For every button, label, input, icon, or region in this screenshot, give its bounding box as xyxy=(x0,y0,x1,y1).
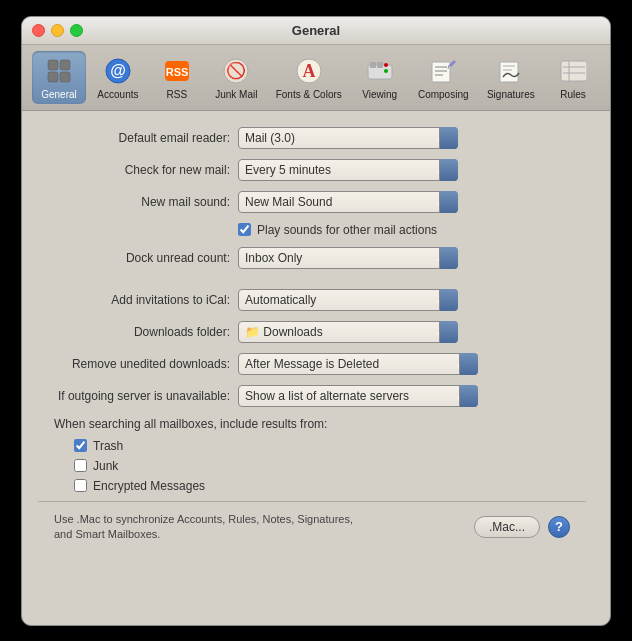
svg-rect-2 xyxy=(48,72,58,82)
play-sounds-checkbox[interactable] xyxy=(238,223,251,236)
dock-unread-select[interactable]: Inbox Only xyxy=(238,247,458,269)
svg-rect-17 xyxy=(432,62,450,82)
main-window: General General @ Accounts xyxy=(21,16,611,626)
check-mail-control: Every 5 minutes ▲▼ xyxy=(238,159,586,181)
svg-rect-0 xyxy=(48,60,58,70)
downloads-folder-control: 📁 Downloads ▲▼ xyxy=(238,321,586,343)
toolbar-item-composing[interactable]: Composing xyxy=(411,51,476,104)
encrypted-checkbox[interactable] xyxy=(74,479,87,492)
general-label: General xyxy=(41,89,77,100)
toolbar-item-viewing[interactable]: Viewing xyxy=(353,51,407,104)
outgoing-server-label: If outgoing server is unavailable: xyxy=(38,389,238,403)
toolbar-item-rules[interactable]: Rules xyxy=(546,51,600,104)
remove-unedited-select[interactable]: After Message is Deleted xyxy=(238,353,478,375)
encrypted-label: Encrypted Messages xyxy=(93,479,205,493)
junk-label: Junk xyxy=(93,459,118,473)
signatures-label: Signatures xyxy=(487,89,535,100)
svg-text:🚫: 🚫 xyxy=(226,61,246,80)
encrypted-checkbox-row: Encrypted Messages xyxy=(74,479,586,493)
svg-text:RSS: RSS xyxy=(166,66,189,78)
rules-label: Rules xyxy=(560,89,586,100)
toolbar-item-accounts[interactable]: @ Accounts xyxy=(90,51,146,104)
accounts-label: Accounts xyxy=(97,89,138,100)
minimize-button[interactable] xyxy=(51,24,64,37)
trash-checkbox-row: Trash xyxy=(74,439,586,453)
composing-icon xyxy=(427,55,459,87)
check-mail-select-wrapper[interactable]: Every 5 minutes ▲▼ xyxy=(238,159,458,181)
add-invitations-select[interactable]: Automatically xyxy=(238,289,458,311)
signatures-icon xyxy=(495,55,527,87)
svg-text:A: A xyxy=(302,61,315,81)
downloads-folder-select-wrapper[interactable]: 📁 Downloads ▲▼ xyxy=(238,321,458,343)
toolbar-item-fonts[interactable]: A Fonts & Colors xyxy=(269,51,349,104)
toolbar-item-rss[interactable]: RSS RSS xyxy=(150,51,204,104)
downloads-folder-label: Downloads folder: xyxy=(38,325,238,339)
content-area: Default email reader: Mail (3.0) ▲▼ Chec… xyxy=(22,111,610,559)
close-button[interactable] xyxy=(32,24,45,37)
svg-rect-13 xyxy=(370,62,376,68)
new-mail-sound-label: New mail sound: xyxy=(38,195,238,209)
play-sounds-label: Play sounds for other mail actions xyxy=(257,223,437,237)
default-email-row: Default email reader: Mail (3.0) ▲▼ xyxy=(38,127,586,149)
mac-button[interactable]: .Mac... xyxy=(474,516,540,538)
maximize-button[interactable] xyxy=(70,24,83,37)
svg-rect-1 xyxy=(60,60,70,70)
junkmail-icon: 🚫 xyxy=(220,55,252,87)
junk-checkbox-row: Junk xyxy=(74,459,586,473)
accounts-icon: @ xyxy=(102,55,134,87)
toolbar-item-signatures[interactable]: Signatures xyxy=(480,51,542,104)
searching-section: When searching all mailboxes, include re… xyxy=(54,417,586,493)
downloads-folder-select[interactable]: 📁 Downloads xyxy=(238,321,458,343)
remove-unedited-control: After Message is Deleted ▲▼ xyxy=(238,353,586,375)
toolbar-item-junkmail[interactable]: 🚫 Junk Mail xyxy=(208,51,265,104)
check-mail-select[interactable]: Every 5 minutes xyxy=(238,159,458,181)
add-invitations-select-wrapper[interactable]: Automatically ▲▼ xyxy=(238,289,458,311)
toolbar: General @ Accounts RSS RSS xyxy=(22,45,610,111)
junkmail-label: Junk Mail xyxy=(215,89,257,100)
check-mail-row: Check for new mail: Every 5 minutes ▲▼ xyxy=(38,159,586,181)
junk-checkbox[interactable] xyxy=(74,459,87,472)
remove-unedited-select-wrapper[interactable]: After Message is Deleted ▲▼ xyxy=(238,353,478,375)
general-icon xyxy=(43,55,75,87)
titlebar: General xyxy=(22,17,610,45)
svg-rect-22 xyxy=(500,62,518,82)
default-email-control: Mail (3.0) ▲▼ xyxy=(238,127,586,149)
svg-rect-3 xyxy=(60,72,70,82)
outgoing-server-select-wrapper[interactable]: Show a list of alternate servers ▲▼ xyxy=(238,385,478,407)
svg-point-15 xyxy=(384,63,388,67)
trash-label: Trash xyxy=(93,439,123,453)
svg-text:@: @ xyxy=(110,62,126,79)
new-mail-sound-select[interactable]: New Mail Sound xyxy=(238,191,458,213)
outgoing-server-select[interactable]: Show a list of alternate servers xyxy=(238,385,478,407)
downloads-folder-row: Downloads folder: 📁 Downloads ▲▼ xyxy=(38,321,586,343)
add-invitations-label: Add invitations to iCal: xyxy=(38,293,238,307)
viewing-label: Viewing xyxy=(362,89,397,100)
composing-label: Composing xyxy=(418,89,469,100)
viewing-icon xyxy=(364,55,396,87)
toolbar-item-general[interactable]: General xyxy=(32,51,86,104)
outgoing-server-row: If outgoing server is unavailable: Show … xyxy=(38,385,586,407)
rss-icon: RSS xyxy=(161,55,193,87)
outgoing-server-control: Show a list of alternate servers ▲▼ xyxy=(238,385,586,407)
dock-unread-control: Inbox Only ▲▼ xyxy=(238,247,586,269)
add-invitations-row: Add invitations to iCal: Automatically ▲… xyxy=(38,289,586,311)
check-mail-label: Check for new mail: xyxy=(38,163,238,177)
new-mail-sound-select-wrapper[interactable]: New Mail Sound ▲▼ xyxy=(238,191,458,213)
fonts-label: Fonts & Colors xyxy=(276,89,342,100)
add-invitations-control: Automatically ▲▼ xyxy=(238,289,586,311)
trash-checkbox[interactable] xyxy=(74,439,87,452)
svg-rect-14 xyxy=(377,62,383,68)
searching-title: When searching all mailboxes, include re… xyxy=(54,417,586,431)
new-mail-sound-row: New mail sound: New Mail Sound ▲▼ xyxy=(38,191,586,213)
play-sounds-row: Play sounds for other mail actions xyxy=(238,223,586,237)
fonts-icon: A xyxy=(293,55,325,87)
rules-icon xyxy=(557,55,589,87)
searching-checkboxes: Trash Junk Encrypted Messages xyxy=(74,439,586,493)
dock-unread-label: Dock unread count: xyxy=(38,251,238,265)
remove-unedited-label: Remove unedited downloads: xyxy=(38,357,238,371)
bottom-section: Use .Mac to synchronize Accounts, Rules,… xyxy=(38,501,586,543)
default-email-select[interactable]: Mail (3.0) xyxy=(238,127,458,149)
dock-unread-select-wrapper[interactable]: Inbox Only ▲▼ xyxy=(238,247,458,269)
help-button[interactable]: ? xyxy=(548,516,570,538)
default-email-select-wrapper[interactable]: Mail (3.0) ▲▼ xyxy=(238,127,458,149)
